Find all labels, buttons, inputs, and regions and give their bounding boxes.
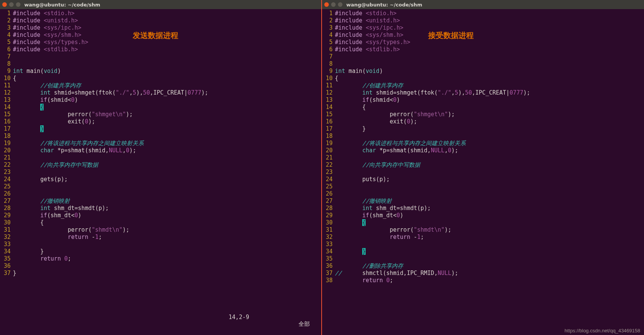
code-line[interactable]: 26 xyxy=(322,190,644,198)
code-line[interactable]: 20 char *p=shmat(shmid,NULL,0); xyxy=(0,147,321,154)
code-line[interactable]: 13 if(shmid<0) xyxy=(322,96,644,104)
code-line[interactable]: 11 //创建共享内存 xyxy=(322,82,644,89)
code-line[interactable]: 31 perror("shmdt\n"); xyxy=(0,226,321,234)
code-line[interactable]: 4#include <sys/shm.h> xyxy=(322,32,644,39)
code-line[interactable]: 25 xyxy=(322,183,644,190)
code-token: 0 xyxy=(85,118,88,125)
code-line[interactable]: 17 } xyxy=(0,125,321,133)
code-line[interactable]: 5#include <sys/types.h> xyxy=(0,39,321,46)
code-line[interactable]: 2#include <unistd.h> xyxy=(0,17,321,24)
code-line[interactable]: 34 } xyxy=(0,248,321,255)
code-line[interactable]: 30 { xyxy=(0,219,321,226)
maximize-icon[interactable] xyxy=(338,2,342,7)
code-token: 0777 xyxy=(510,89,523,96)
code-line[interactable]: 1#include <stdio.h> xyxy=(322,10,644,17)
code-line[interactable]: 35 return 0; xyxy=(0,255,321,262)
code-line[interactable]: 18 xyxy=(0,133,321,140)
code-line[interactable]: 5#include <sys/types.h> xyxy=(322,39,644,46)
right-titlebar[interactable]: wang@ubuntu: ~/code/shm xyxy=(322,0,644,9)
code-line[interactable]: 21 xyxy=(0,154,321,161)
code-line[interactable]: 14 { xyxy=(322,104,644,111)
code-line[interactable]: 3#include <sys/ipc.h> xyxy=(0,24,321,32)
code-line[interactable]: 15 perror("shmget\n"); xyxy=(0,111,321,118)
code-line[interactable]: 35 xyxy=(322,255,644,262)
code-line[interactable]: 12 int shmid=shmget(ftok("./",5),50,IPC_… xyxy=(322,89,644,96)
code-line[interactable]: 33 xyxy=(322,241,644,248)
code-line[interactable]: 27 //撤销映射 xyxy=(0,198,321,205)
code-line[interactable]: 26 xyxy=(0,190,321,198)
maximize-icon[interactable] xyxy=(16,2,20,7)
code-line[interactable]: 22 //向共享内存中写数据 xyxy=(322,161,644,169)
code-line[interactable]: 32 return -1; xyxy=(322,234,644,241)
close-icon[interactable] xyxy=(324,2,329,7)
code-line[interactable]: 14 { xyxy=(0,104,321,111)
code-line[interactable]: 10{ xyxy=(322,75,644,82)
code-line[interactable]: 27 //撤销映射 xyxy=(322,198,644,205)
code-line[interactable]: 29 if(shm_dt<0) xyxy=(0,212,321,219)
code-line[interactable]: 29 if(shm_dt<0) xyxy=(322,212,644,219)
left-titlebar[interactable]: wang@ubuntu: ~/code/shm xyxy=(0,0,321,9)
right-code-area[interactable]: 1#include <stdio.h>2#include <unistd.h>3… xyxy=(322,9,644,335)
minimize-icon[interactable] xyxy=(9,2,14,7)
code-line[interactable]: 21 xyxy=(322,154,644,161)
code-token: //将该进程与共享内存之间建立映射关系 xyxy=(362,140,466,147)
code-line[interactable]: 17 } xyxy=(322,125,644,133)
code-line[interactable]: 34 } xyxy=(322,248,644,255)
code-line[interactable]: 1#include <stdio.h> xyxy=(0,10,321,17)
code-line[interactable]: 12 int shmid=shmget(ftok("./",5),50,IPC_… xyxy=(0,89,321,96)
code-line[interactable]: 24 gets(p); xyxy=(0,176,321,183)
code-line[interactable]: 31 perror("shmdt\n"); xyxy=(322,226,644,234)
code-line[interactable]: 22 //向共享内存中写数据 xyxy=(0,161,321,169)
right-editor[interactable]: 接受数据进程 1#include <stdio.h>2#include <uni… xyxy=(322,9,644,335)
left-terminal: wang@ubuntu: ~/code/shm 发送数据进程 1#include… xyxy=(0,0,322,335)
code-token: "shmget\n" xyxy=(92,111,126,118)
code-line[interactable]: 30 { xyxy=(322,219,644,226)
code-line[interactable]: 24 puts(p); xyxy=(322,176,644,183)
code-line[interactable]: 15 perror("shmget\n"); xyxy=(322,111,644,118)
code-line[interactable]: 38 return 0; xyxy=(322,277,644,284)
code-line[interactable]: 19 //将该进程与共享内存之间建立映射关系 xyxy=(322,140,644,147)
code-token: char xyxy=(362,147,376,154)
code-line[interactable]: 23 xyxy=(0,169,321,176)
code-line[interactable]: 9int main(void) xyxy=(0,68,321,75)
code-line[interactable]: 8 xyxy=(322,60,644,68)
code-token: (shmid< xyxy=(369,96,393,103)
code-token: *p=shmat(shmid, xyxy=(376,147,431,154)
code-token: (shm_dt< xyxy=(369,212,396,219)
code-line[interactable]: 16 exit(0); xyxy=(0,118,321,125)
code-line[interactable]: 6#include <stdlib.h> xyxy=(0,46,321,53)
code-line[interactable]: 37} xyxy=(0,270,321,277)
code-line[interactable]: 18 xyxy=(322,133,644,140)
code-line[interactable]: 8 xyxy=(0,60,321,68)
line-number: 21 xyxy=(0,154,13,161)
code-line[interactable]: 19 //将该进程与共享内存之间建立映射关系 xyxy=(0,140,321,147)
code-line[interactable]: 16 exit(0); xyxy=(322,118,644,125)
close-icon[interactable] xyxy=(2,2,7,7)
code-line[interactable]: 28 int shm_dt=shmdt(p); xyxy=(322,205,644,212)
code-line[interactable]: 32 return -1; xyxy=(0,234,321,241)
line-number: 19 xyxy=(322,140,335,147)
code-line[interactable]: 10{ xyxy=(0,75,321,82)
code-line[interactable]: 3#include <sys/ipc.h> xyxy=(322,24,644,32)
code-line[interactable]: 25 xyxy=(0,183,321,190)
left-editor[interactable]: 发送数据进程 1#include <stdio.h>2#include <uni… xyxy=(0,9,321,335)
code-line[interactable]: 7 xyxy=(322,53,644,60)
code-line[interactable]: 36 //删除共享内存 xyxy=(322,262,644,270)
code-line[interactable]: 37// shmctl(shmid,IPC_RMID,NULL); xyxy=(322,270,644,277)
code-line[interactable]: 36 xyxy=(0,262,321,270)
minimize-icon[interactable] xyxy=(331,2,336,7)
code-line[interactable]: 11 //创建共享内存 xyxy=(0,82,321,89)
code-line[interactable]: 33 xyxy=(0,241,321,248)
code-line[interactable]: 23 xyxy=(322,169,644,176)
code-line[interactable]: 13 if(shmid<0) xyxy=(0,96,321,104)
code-line[interactable]: 4#include <sys/shm.h> xyxy=(0,32,321,39)
code-line[interactable]: 7 xyxy=(0,53,321,60)
left-code-area[interactable]: 1#include <stdio.h>2#include <unistd.h>3… xyxy=(0,9,321,335)
line-number: 28 xyxy=(0,205,13,212)
code-line[interactable]: 6#include <stdlib.h> xyxy=(322,46,644,53)
code-line[interactable]: 20 char *p=shmat(shmid,NULL,0); xyxy=(322,147,644,154)
code-token: shmctl(shmid,IPC_RMID, xyxy=(342,270,438,277)
code-line[interactable]: 9int main(void) xyxy=(322,68,644,75)
code-line[interactable]: 28 int shm_dt=shmdt(p); xyxy=(0,205,321,212)
code-line[interactable]: 2#include <unistd.h> xyxy=(322,17,644,24)
